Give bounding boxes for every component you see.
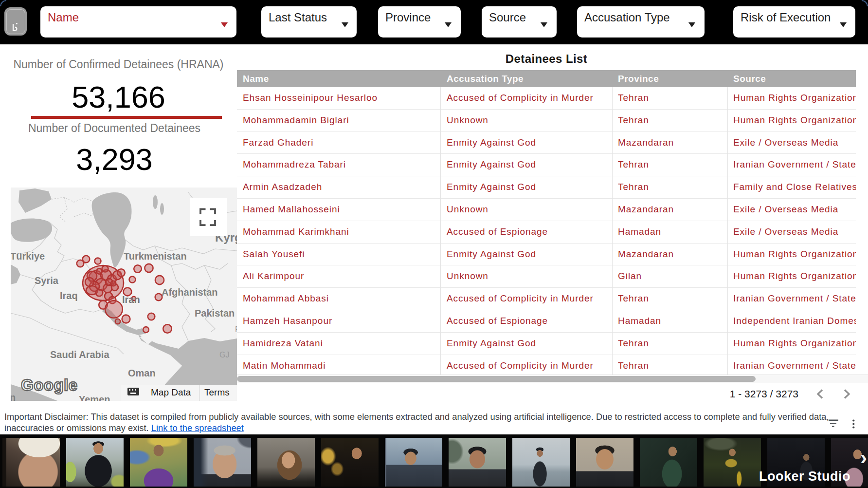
svg-text:Iran: Iran bbox=[122, 294, 140, 305]
svg-text:n: n bbox=[11, 392, 16, 401]
svg-text:Map Data: Map Data bbox=[151, 387, 191, 397]
svg-text:GJ: GJ bbox=[219, 351, 229, 359]
svg-text:Türkiye: Türkiye bbox=[11, 251, 45, 262]
svg-text:Pakistan: Pakistan bbox=[195, 308, 235, 319]
svg-text:Google: Google bbox=[21, 376, 78, 394]
svg-text:Saudi Arabia: Saudi Arabia bbox=[50, 349, 109, 360]
svg-text:Oman: Oman bbox=[128, 368, 156, 378]
svg-text:Afghanistan: Afghanistan bbox=[162, 287, 218, 298]
svg-text:Terms: Terms bbox=[204, 387, 230, 397]
svg-text:Turkmenistan: Turkmenistan bbox=[124, 251, 187, 262]
svg-text:Syria: Syria bbox=[35, 275, 59, 286]
svg-text:Iraq: Iraq bbox=[60, 290, 78, 301]
svg-text:Yemen: Yemen bbox=[79, 394, 110, 401]
